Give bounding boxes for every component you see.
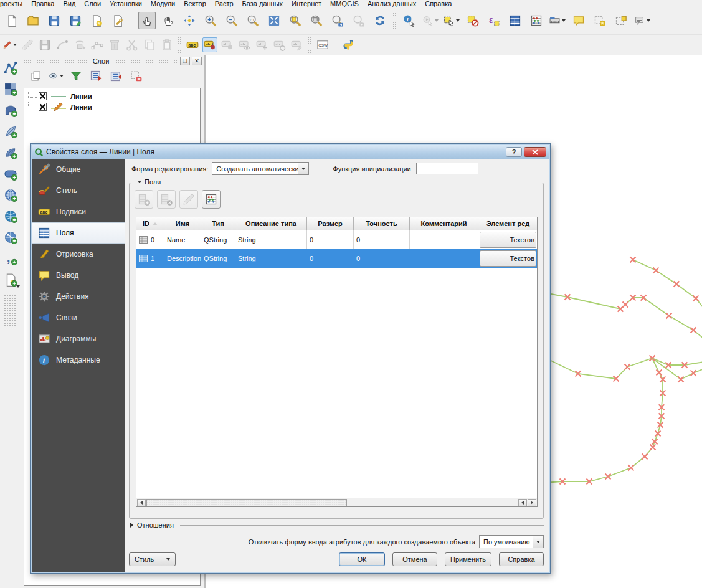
help-button[interactable]: Справка xyxy=(499,552,544,566)
labels-icon: abc xyxy=(38,206,50,218)
cell-1-0: 1 xyxy=(136,249,164,268)
dialog-titlebar[interactable]: Свойства слоя — Линии | Поля ? xyxy=(32,145,549,159)
edit-widget-button[interactable]: Текстов xyxy=(480,250,536,267)
field-icon xyxy=(139,255,148,262)
metadata-icon: i xyxy=(38,354,50,366)
collapse-all-button[interactable] xyxy=(108,68,124,84)
edit-widget-button[interactable]: Текстов xyxy=(480,232,536,248)
column-header-label: Имя xyxy=(176,220,189,227)
expand-all-button[interactable] xyxy=(88,68,104,84)
fields-table-body: 0NameQStringString00Текстов1DescriptionQ… xyxy=(136,230,537,268)
dialog-title: Свойства слоя — Линии | Поля xyxy=(46,148,504,156)
sidebar-item-rendering[interactable]: Отрисовка xyxy=(32,244,125,265)
layer-symbol-icon xyxy=(50,92,67,101)
sidebar-item-labels[interactable]: abcПодписи xyxy=(32,201,125,222)
joins-icon xyxy=(38,311,50,324)
vertex-marker-icon xyxy=(657,370,662,376)
layer-visibility-checkbox[interactable] xyxy=(39,103,47,111)
general-icon xyxy=(38,163,50,176)
layer-item-0[interactable]: Линии xyxy=(24,91,200,102)
vertex-marker-icon xyxy=(674,282,680,287)
sidebar-item-style[interactable]: Стиль xyxy=(32,180,125,201)
manage-layer-visibility-dropdown-arrow-icon[interactable] xyxy=(60,75,64,77)
scroll-right-button[interactable] xyxy=(528,499,536,506)
sidebar-item-label: Действия xyxy=(56,292,89,301)
layer-visibility-checkbox[interactable] xyxy=(39,92,47,100)
sidebar-item-actions[interactable]: Действия xyxy=(32,286,125,307)
sidebar-item-fields[interactable]: Поля xyxy=(32,222,125,244)
column-header-4[interactable]: Размер xyxy=(307,217,354,230)
cell-0-5: 0 xyxy=(354,230,410,249)
remove-layer-button[interactable] xyxy=(128,68,144,84)
sidebar-item-label: Стиль xyxy=(56,186,77,195)
cell-value: Name xyxy=(167,236,185,244)
sidebar-item-label: Диаграммы xyxy=(56,334,96,343)
cell-0-7: Текстов xyxy=(478,230,538,249)
cell-1-5: 0 xyxy=(354,249,410,268)
layer-item-1[interactable]: Линии xyxy=(24,102,200,112)
sidebar-item-joins[interactable]: Связи xyxy=(32,307,125,328)
fields-table-header: IDИмяТипОписание типаРазмерТочностьКомме… xyxy=(136,217,537,230)
manage-layer-visibility-button[interactable] xyxy=(48,68,64,84)
ok-button[interactable]: ОК xyxy=(339,552,385,566)
splitter-handle[interactable] xyxy=(263,515,394,519)
map-line-feature xyxy=(652,358,663,393)
map-line-feature xyxy=(544,358,702,379)
scroll-thumb[interactable] xyxy=(146,499,347,506)
panel-close-button[interactable]: ✕ xyxy=(192,57,202,65)
table-row-1[interactable]: 1DescriptionQStringString00Текстов xyxy=(136,249,537,268)
column-header-label: Тип xyxy=(212,220,224,227)
column-header-label: ID xyxy=(143,220,149,227)
sidebar-item-diagrams[interactable]: Диаграммы xyxy=(32,328,125,349)
sidebar-item-metadata[interactable]: iМетаданные xyxy=(32,349,125,371)
scroll-left-button[interactable] xyxy=(137,499,146,506)
cell-0-2: QString xyxy=(201,230,235,249)
rendering-icon xyxy=(38,248,50,260)
map-line-feature xyxy=(544,393,663,483)
fields-toolbar xyxy=(135,190,221,209)
expand-arrow-icon xyxy=(130,523,133,528)
vertex-marker-icon xyxy=(625,364,630,370)
panel-drag-texture[interactable] xyxy=(24,58,88,64)
sidebar-item-general[interactable]: Общие xyxy=(32,159,125,180)
column-header-2[interactable]: Тип xyxy=(201,217,235,230)
column-header-3[interactable]: Описание типа xyxy=(235,217,307,230)
filter-legend-button[interactable] xyxy=(68,68,84,84)
apply-button[interactable]: Применить xyxy=(445,552,491,566)
column-header-7[interactable]: Элемент ред xyxy=(478,217,538,230)
cancel-button[interactable]: Отмена xyxy=(392,552,437,566)
sidebar-item-label: Отрисовка xyxy=(56,250,93,258)
column-header-6[interactable]: Комментарий xyxy=(410,217,478,230)
panel-float-button[interactable]: ❐ xyxy=(180,57,190,65)
fields-table-hscrollbar[interactable] xyxy=(136,498,537,506)
divider xyxy=(180,525,544,526)
map-line-feature xyxy=(544,293,702,341)
init-function-label: Функция инициализации xyxy=(333,165,410,173)
add-group-button[interactable] xyxy=(28,68,44,84)
table-row-0[interactable]: 0NameQStringString00Текстов xyxy=(136,230,537,249)
style-button[interactable]: Стиль xyxy=(129,552,176,566)
layer-label: Линии xyxy=(70,103,92,111)
init-function-input[interactable] xyxy=(416,163,478,174)
dialog-content: Форма редактирования: Создавать автомати… xyxy=(125,159,549,572)
sidebar-item-display[interactable]: Вывод xyxy=(32,265,125,286)
expandall-icon xyxy=(90,70,102,82)
suppress-form-combo[interactable]: По умолчанию xyxy=(479,535,544,548)
column-header-5[interactable]: Точность xyxy=(354,217,410,230)
edit-form-combo[interactable]: Создавать автоматически xyxy=(212,162,309,175)
column-header-0[interactable]: ID xyxy=(136,217,164,230)
column-header-1[interactable]: Имя xyxy=(164,217,201,230)
relations-section[interactable]: Отношения xyxy=(130,521,544,529)
dialog-close-button[interactable] xyxy=(524,147,546,157)
vertex-marker-icon xyxy=(628,465,634,471)
panel-drag-texture[interactable] xyxy=(114,58,178,64)
dialog-help-button[interactable]: ? xyxy=(506,147,522,157)
vertex-marker-icon xyxy=(693,296,699,301)
sidebar-item-label: Общие xyxy=(56,165,80,174)
cell-value: 0 xyxy=(310,236,313,244)
field-calculator-button[interactable] xyxy=(202,190,221,209)
scroll-left-button-2[interactable] xyxy=(518,499,527,506)
fields-groupbox-title[interactable]: Поля xyxy=(135,178,164,186)
cell-1-2: QString xyxy=(201,249,235,268)
fields-table: IDИмяТипОписание типаРазмерТочностьКомме… xyxy=(136,217,538,507)
